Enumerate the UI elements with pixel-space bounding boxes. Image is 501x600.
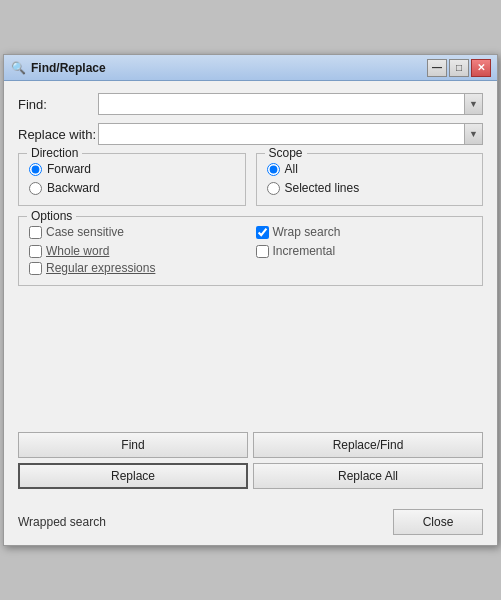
titlebar-buttons: — □ ✕ [427,59,491,77]
direction-backward-radio[interactable] [29,182,42,195]
scope-all-row: All [267,162,473,176]
window-icon: 🔍 [10,60,26,76]
window-title: Find/Replace [31,61,106,75]
options-grid: Case sensitive Wrap search Whole word In… [29,225,472,258]
replace-input[interactable] [99,124,464,144]
replace-find-button[interactable]: Replace/Find [253,432,483,458]
replace-button[interactable]: Replace [18,463,248,489]
wrap-search-label: Wrap search [273,225,341,239]
scope-all-radio[interactable] [267,163,280,176]
options-legend: Options [27,209,76,223]
find-row: Find: ▼ [18,93,483,115]
wrapped-search-status: Wrapped search [18,515,106,529]
scope-all-label: All [285,162,298,176]
spacer [4,312,497,432]
panels-row: Direction Forward Backward Scope All [18,153,483,206]
buttons-section: Find Replace/Find Replace Replace All [4,432,497,503]
bottom-row: Wrapped search Close [4,503,497,545]
wrap-search-checkbox[interactable] [256,226,269,239]
case-sensitive-label: Case sensitive [46,225,124,239]
regex-checkbox[interactable] [29,262,42,275]
direction-legend: Direction [27,146,82,160]
replace-input-wrapper: ▼ [98,123,483,145]
titlebar-left: 🔍 Find/Replace [10,60,106,76]
find-label: Find: [18,97,98,112]
regex-label: Regular expressions [46,261,155,275]
replace-label: Replace with: [18,127,98,142]
scope-selected-row: Selected lines [267,181,473,195]
direction-backward-row: Backward [29,181,235,195]
find-button[interactable]: Find [18,432,248,458]
options-panel: Options Case sensitive Wrap search Whole… [18,216,483,286]
scope-panel: Scope All Selected lines [256,153,484,206]
replace-all-button[interactable]: Replace All [253,463,483,489]
find-dropdown-arrow[interactable]: ▼ [464,94,482,114]
close-button[interactable]: Close [393,509,483,535]
incremental-label: Incremental [273,244,336,258]
incremental-row: Incremental [256,244,473,258]
incremental-checkbox[interactable] [256,245,269,258]
find-replace-window: 🔍 Find/Replace — □ ✕ Find: ▼ Replace wit… [3,54,498,546]
minimize-button[interactable]: — [427,59,447,77]
regex-row: Regular expressions [29,261,472,275]
find-input-wrapper: ▼ [98,93,483,115]
direction-panel: Direction Forward Backward [18,153,246,206]
wrap-search-row: Wrap search [256,225,473,239]
titlebar: 🔍 Find/Replace — □ ✕ [4,55,497,81]
close-window-button[interactable]: ✕ [471,59,491,77]
case-sensitive-checkbox[interactable] [29,226,42,239]
whole-word-row: Whole word [29,244,246,258]
case-sensitive-row: Case sensitive [29,225,246,239]
replace-dropdown-arrow[interactable]: ▼ [464,124,482,144]
scope-legend: Scope [265,146,307,160]
direction-backward-label: Backward [47,181,100,195]
direction-forward-row: Forward [29,162,235,176]
main-content: Find: ▼ Replace with: ▼ Direction Forwar… [4,81,497,312]
maximize-button[interactable]: □ [449,59,469,77]
direction-forward-radio[interactable] [29,163,42,176]
buttons-grid: Find Replace/Find Replace Replace All [18,432,483,489]
whole-word-checkbox[interactable] [29,245,42,258]
scope-selected-radio[interactable] [267,182,280,195]
direction-forward-label: Forward [47,162,91,176]
scope-selected-label: Selected lines [285,181,360,195]
replace-row: Replace with: ▼ [18,123,483,145]
whole-word-label: Whole word [46,244,109,258]
find-input[interactable] [99,94,464,114]
